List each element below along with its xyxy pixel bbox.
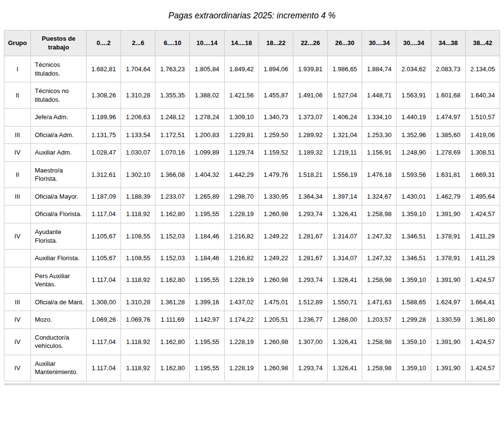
- value-cell: 1.361,28: [155, 293, 190, 311]
- value-cell: 1.188,39: [121, 188, 155, 205]
- value-cell: 1.189,96: [87, 109, 121, 126]
- table-row: ITécnicos titulados.1.682,811.704,641.76…: [4, 56, 500, 82]
- value-cell: 1.704,64: [121, 56, 155, 82]
- value-cell: 1.228,19: [224, 205, 259, 223]
- value-cell: 1.404,32: [190, 161, 224, 188]
- value-cell: 1.206,63: [121, 109, 155, 126]
- table-row: Oficial/a Florista.1.117,041.118,921.162…: [4, 205, 500, 223]
- value-cell: 1.527,04: [328, 82, 362, 109]
- column-header-range: 26...30: [328, 31, 362, 56]
- value-cell: 1.228,19: [224, 329, 259, 355]
- value-cell: 1.631,81: [431, 161, 465, 188]
- value-cell: 1.162,80: [155, 355, 190, 381]
- value-cell: 1.299,28: [397, 311, 431, 329]
- value-cell: 1.258,98: [362, 355, 397, 381]
- value-cell: 1.588,65: [397, 293, 431, 311]
- value-cell: 1.308,26: [87, 82, 121, 109]
- value-cell: 1.117,04: [87, 355, 121, 381]
- value-cell: 1.247,32: [362, 223, 397, 250]
- value-cell: 1.111,69: [155, 311, 190, 329]
- puesto-cell: Mozo.: [31, 311, 87, 329]
- value-cell: 1.378,91: [431, 250, 465, 267]
- value-cell: 1.334,10: [362, 109, 397, 126]
- value-cell: 1.307,00: [293, 329, 327, 355]
- column-header-range: 10....14: [190, 31, 224, 56]
- value-cell: 1.162,80: [155, 329, 190, 355]
- value-cell: 1.355,35: [155, 82, 190, 109]
- value-cell: 1.312,61: [87, 161, 121, 188]
- grupo-cell: IV: [4, 144, 31, 162]
- value-cell: 1.462,79: [431, 188, 465, 205]
- value-cell: 1.249,22: [259, 250, 293, 267]
- table-row: IIMaestro/a Florista.1.312,611.302,101.3…: [4, 161, 500, 188]
- table-row: IIIOficial/a de Mant.1.308,001.310,281.3…: [4, 293, 500, 311]
- grupo-cell: III: [4, 126, 31, 144]
- value-cell: 1.321,04: [328, 126, 362, 144]
- column-header-puestos: Puestos de trabajo: [31, 31, 87, 56]
- value-cell: 1.314,07: [328, 250, 362, 267]
- value-cell: 1.326,41: [328, 329, 362, 355]
- value-cell: 1.399,16: [190, 293, 224, 311]
- value-cell: 1.228,19: [224, 355, 259, 381]
- value-cell: 1.682,81: [87, 56, 121, 82]
- value-cell: 1.326,41: [328, 205, 362, 223]
- value-cell: 1.884,74: [362, 56, 397, 82]
- value-cell: 1.359,10: [397, 329, 431, 355]
- column-header-range: 2...6: [121, 31, 155, 56]
- value-cell: 1.391,90: [431, 267, 465, 293]
- value-cell: 1.411,29: [465, 223, 500, 250]
- puesto-cell: Oficial/a Mayor.: [31, 188, 87, 205]
- value-cell: 1.131,75: [87, 126, 121, 144]
- value-cell: 1.849,42: [224, 56, 259, 82]
- value-cell: 1.664,41: [465, 293, 500, 311]
- value-cell: 1.069,26: [87, 311, 121, 329]
- value-cell: 1.388,02: [190, 82, 224, 109]
- value-cell: 1.162,80: [155, 205, 190, 223]
- value-cell: 1.216,82: [224, 223, 259, 250]
- value-cell: 1.986,65: [328, 56, 362, 82]
- value-cell: 1.152,03: [155, 250, 190, 267]
- value-cell: 1.195,55: [190, 267, 224, 293]
- value-cell: 1.366,08: [155, 161, 190, 188]
- column-header-range: 0....2: [87, 31, 121, 56]
- value-cell: 1.278,24: [190, 109, 224, 126]
- value-cell: 1.669,31: [465, 161, 500, 188]
- value-cell: 1.187,09: [87, 188, 121, 205]
- value-cell: 1.258,98: [362, 329, 397, 355]
- puesto-cell: Oficial/a de Mant.: [31, 293, 87, 311]
- value-cell: 1.259,50: [259, 126, 293, 144]
- puesto-cell: Oficial/a Adm.: [31, 126, 87, 144]
- value-cell: 1.391,90: [431, 355, 465, 381]
- value-cell: 1.260,98: [259, 355, 293, 381]
- value-cell: 1.174,22: [224, 311, 259, 329]
- value-cell: 1.142,97: [190, 311, 224, 329]
- value-cell: 1.495,64: [465, 188, 500, 205]
- value-cell: 1.118,92: [121, 355, 155, 381]
- value-cell: 1.108,55: [121, 223, 155, 250]
- value-cell: 1.330,59: [431, 311, 465, 329]
- table-row: IVAuxiliar Adm.1.028,471.030,071.070,161…: [4, 144, 500, 162]
- value-cell: 1.411,29: [465, 250, 500, 267]
- value-cell: 1.455,87: [259, 82, 293, 109]
- value-cell: 1.550,71: [328, 293, 362, 311]
- value-cell: 1.258,98: [362, 205, 397, 223]
- value-cell: 1.293,74: [293, 267, 327, 293]
- value-cell: 1.359,10: [397, 355, 431, 381]
- value-cell: 1.108,55: [121, 250, 155, 267]
- value-cell: 1.133,54: [121, 126, 155, 144]
- table-header-row: GrupoPuestos de trabajo0....22...66....1…: [4, 31, 500, 56]
- value-cell: 1.260,98: [259, 205, 293, 223]
- value-cell: 1.205,51: [259, 311, 293, 329]
- table-row: Auxiliar Florista.1.105,671.108,551.152,…: [4, 250, 500, 267]
- value-cell: 1.424,57: [465, 355, 500, 381]
- table-row: IVMozo.1.069,261.069,761.111,691.142,971…: [4, 311, 500, 329]
- value-cell: 1.118,92: [121, 267, 155, 293]
- puesto-cell: Conductor/a vehículos.: [31, 329, 87, 355]
- grupo-cell: III: [4, 293, 31, 311]
- value-cell: 2.034,62: [397, 56, 431, 82]
- value-cell: 1.397,14: [328, 188, 362, 205]
- puesto-cell: Oficial/a Florista.: [31, 205, 87, 223]
- value-cell: 1.359,10: [397, 205, 431, 223]
- value-cell: 1.440,19: [397, 109, 431, 126]
- value-cell: 1.512,89: [293, 293, 327, 311]
